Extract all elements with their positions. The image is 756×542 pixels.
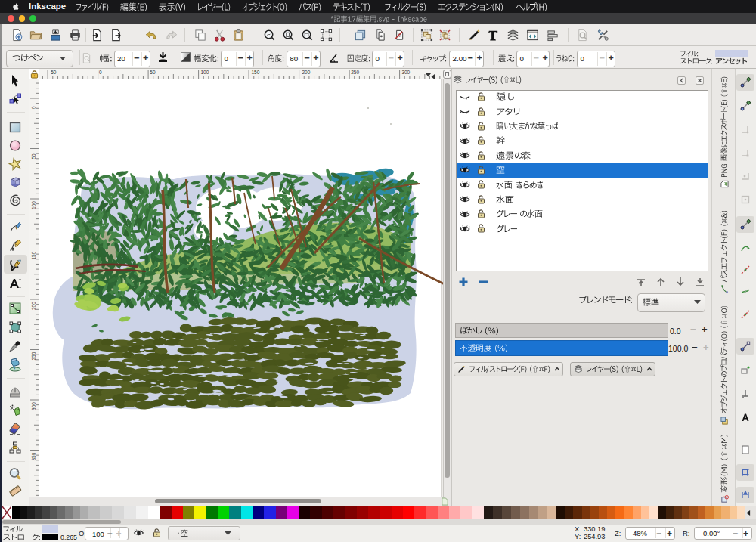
svg-text:0: 0 [31,106,36,109]
svg-text:250: 250 [31,352,36,360]
svg-text:350: 350 [31,452,36,460]
svg-text:50: 50 [150,70,156,75]
svg-text:250: 250 [351,70,359,75]
svg-text:100: 100 [31,201,36,209]
svg-text:0: 0 [99,70,102,75]
svg-text:300: 300 [401,70,410,75]
svg-text:100: 100 [201,70,209,75]
svg-text:150: 150 [252,70,260,75]
svg-text:300: 300 [31,402,36,410]
svg-text:-50: -50 [49,70,57,75]
svg-text:200: 200 [302,70,311,75]
svg-text:150: 150 [31,251,36,259]
svg-text:50: 50 [31,153,36,160]
svg-text:200: 200 [31,302,36,310]
